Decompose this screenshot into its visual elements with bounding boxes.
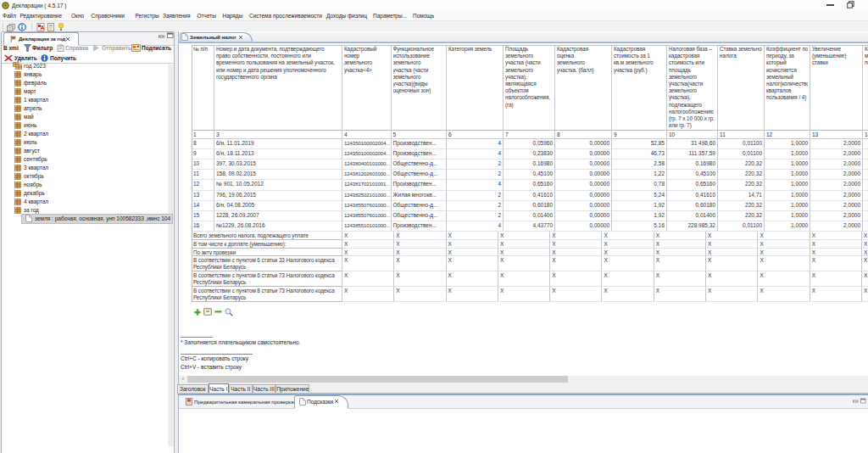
svg-text:A: A — [41, 25, 45, 31]
